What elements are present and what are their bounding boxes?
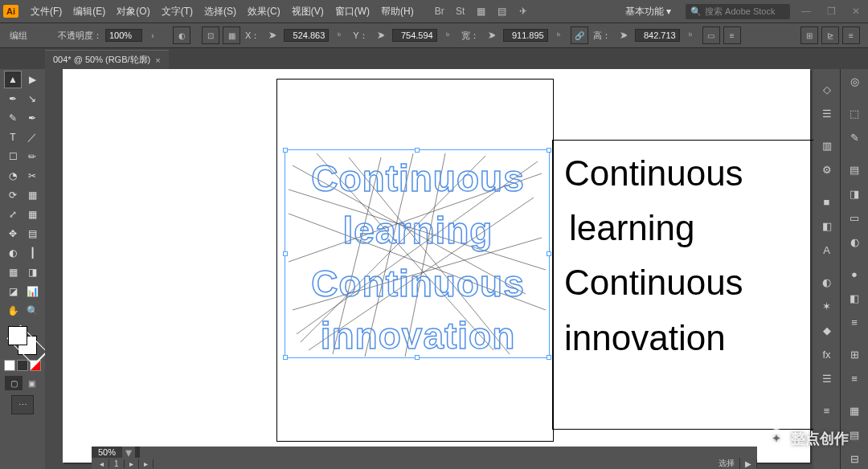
magic-wand-tool[interactable]: ✒ — [4, 90, 22, 108]
direct-select-tool[interactable]: ▶ — [23, 71, 41, 88]
line-tool[interactable]: ／ — [23, 128, 41, 146]
align-icon[interactable]: ≡ — [723, 27, 741, 44]
para-icon[interactable]: ◧ — [841, 286, 868, 310]
artboards-icon[interactable]: ▤ — [841, 157, 868, 181]
gradient-icon[interactable]: ✶ — [813, 294, 841, 318]
symbol-tool[interactable]: ◪ — [4, 283, 22, 300]
fill-swatch[interactable] — [8, 326, 27, 345]
color-guide-icon[interactable]: ⚙ — [813, 157, 841, 181]
gradient-mode[interactable] — [17, 360, 28, 371]
stock-icon[interactable]: St — [452, 3, 469, 19]
libraries-icon[interactable]: ☰ — [813, 101, 841, 125]
bar-menu-icon[interactable]: ≡ — [842, 27, 860, 44]
eyedropper-tool[interactable]: ▦ — [4, 263, 22, 281]
arrange-icon[interactable]: ▦ — [473, 3, 489, 19]
transform-corner-icon[interactable]: ▦ — [223, 27, 240, 44]
shape-mode-icon[interactable]: ▭ — [702, 27, 720, 44]
type-tool[interactable]: T — [4, 128, 22, 146]
rectangle-tool[interactable]: ☐ — [4, 148, 22, 165]
char-icon[interactable]: ● — [841, 262, 868, 286]
menu-window[interactable]: 窗口(W) — [330, 5, 375, 18]
free-transform-tool[interactable]: ▦ — [23, 206, 41, 223]
css-icon[interactable]: ▦ — [841, 398, 868, 422]
outlined-text-group[interactable]: Continuous learning Continuous innovatio… — [288, 153, 548, 363]
cloud-icon[interactable]: ◎ — [841, 69, 868, 93]
pathfinder-icon[interactable]: ▭ — [841, 206, 868, 230]
brushes-icon[interactable]: ◧ — [813, 214, 841, 238]
transparency-icon[interactable]: ◆ — [813, 318, 841, 342]
opentype-icon[interactable]: ≡ — [841, 310, 868, 334]
w-input[interactable] — [503, 29, 548, 42]
scale-tool[interactable]: ▦ — [23, 186, 41, 204]
zoom-tool[interactable]: 🔍 — [23, 302, 41, 320]
menu-type[interactable]: 文字(T) — [156, 5, 199, 18]
hand-tool[interactable]: ✋ — [4, 302, 22, 320]
window-minimize[interactable]: — — [796, 6, 816, 17]
color-mode[interactable] — [4, 360, 15, 371]
menu-object[interactable]: 对象(O) — [111, 5, 155, 18]
stroke-icon[interactable]: ◐ — [813, 270, 841, 294]
tab-close[interactable]: × — [155, 55, 160, 65]
menu-effect[interactable]: 效果(C) — [242, 5, 286, 18]
curvature-tool[interactable]: ✒ — [23, 109, 41, 127]
menu-file[interactable]: 文件(F) — [25, 5, 68, 18]
menu-help[interactable]: 帮助(H) — [375, 5, 420, 18]
gpu-icon[interactable]: ✈ — [515, 3, 531, 19]
variables-icon[interactable]: ⊟ — [841, 447, 868, 469]
align-panel-icon[interactable]: ◨ — [841, 181, 868, 206]
width-tool[interactable]: ⤢ — [4, 206, 22, 223]
properties-icon[interactable]: ◇ — [813, 77, 841, 101]
symbols-icon[interactable]: A — [813, 238, 841, 262]
actions-icon[interactable]: ≡ — [841, 366, 868, 390]
graphic-styles-icon[interactable]: ☰ — [813, 366, 841, 390]
full-screen[interactable]: ▣ — [23, 376, 40, 390]
stock-search[interactable]: 🔍 搜索 Adobe Stock — [686, 4, 790, 19]
grid-icon[interactable]: ▤ — [494, 3, 510, 19]
document-tab[interactable]: 004* @ 50% (RGB/轮廓) × — [45, 50, 169, 69]
x-input[interactable] — [284, 29, 329, 42]
menu-edit[interactable]: 编辑(E) — [68, 5, 111, 18]
paintbrush-tool[interactable]: ✏ — [23, 148, 41, 165]
transform-anchor-icon[interactable]: ⊡ — [202, 27, 219, 44]
h-input[interactable] — [635, 29, 680, 42]
shape-builder-tool[interactable]: ✥ — [4, 225, 22, 243]
normal-screen[interactable]: ▢ — [5, 376, 23, 390]
bridge-icon[interactable]: Br — [432, 3, 448, 19]
link-wh-icon[interactable]: 🔗 — [571, 27, 588, 44]
bar-icon-1[interactable]: ⊞ — [800, 27, 818, 44]
export-icon[interactable]: ⬚ — [841, 101, 868, 125]
mesh-tool[interactable]: ◐ — [4, 244, 22, 262]
lasso-tool[interactable]: ↘ — [23, 90, 41, 108]
bar-icon-2[interactable]: ⊵ — [821, 27, 839, 44]
perspective-tool[interactable]: ▤ — [23, 225, 41, 243]
rotate-tool[interactable]: ⟳ — [4, 186, 22, 204]
fill-stroke-swatch[interactable] — [8, 326, 37, 355]
style-icon[interactable]: ◐ — [173, 27, 190, 44]
gradient-tool[interactable]: ┃ — [23, 244, 41, 262]
transform-icon[interactable]: ◐ — [841, 230, 868, 254]
layers-icon[interactable]: ≡ — [813, 398, 841, 422]
opacity-input[interactable] — [105, 29, 142, 42]
window-maximize[interactable]: ❐ — [822, 6, 841, 17]
edit-toolbar-button[interactable]: ⋯ — [11, 395, 34, 414]
graph-tool[interactable]: 📊 — [23, 283, 41, 300]
blend-tool[interactable]: ◨ — [23, 263, 41, 281]
shaper-tool[interactable]: ◔ — [4, 167, 22, 185]
zoom-scrollbar[interactable]: 50% ▾ — [92, 447, 757, 458]
asset-icon[interactable]: ✎ — [841, 125, 868, 149]
menu-select[interactable]: 选择(S) — [199, 5, 242, 18]
menu-view[interactable]: 视图(V) — [286, 5, 330, 18]
zoom-level[interactable]: 50% — [92, 447, 122, 458]
eraser-tool[interactable]: ✂ — [23, 167, 41, 185]
canvas[interactable]: Continuous learning Continuous innovatio… — [45, 69, 813, 469]
links-icon[interactable]: ⊞ — [841, 342, 868, 366]
color-icon[interactable]: ▥ — [813, 133, 841, 157]
swatches-icon[interactable]: ■ — [813, 190, 841, 214]
workspace-switcher[interactable]: 基本功能 ▾ — [619, 3, 678, 20]
pen-tool[interactable]: ✎ — [4, 109, 22, 127]
y-input[interactable] — [392, 29, 437, 42]
selection-tool[interactable]: ▲ — [4, 71, 22, 88]
live-text-object[interactable]: Continuous learning Continuous innovatio… — [564, 146, 743, 365]
window-close[interactable]: ✕ — [847, 6, 865, 17]
appearance-icon[interactable]: fx — [813, 342, 841, 366]
